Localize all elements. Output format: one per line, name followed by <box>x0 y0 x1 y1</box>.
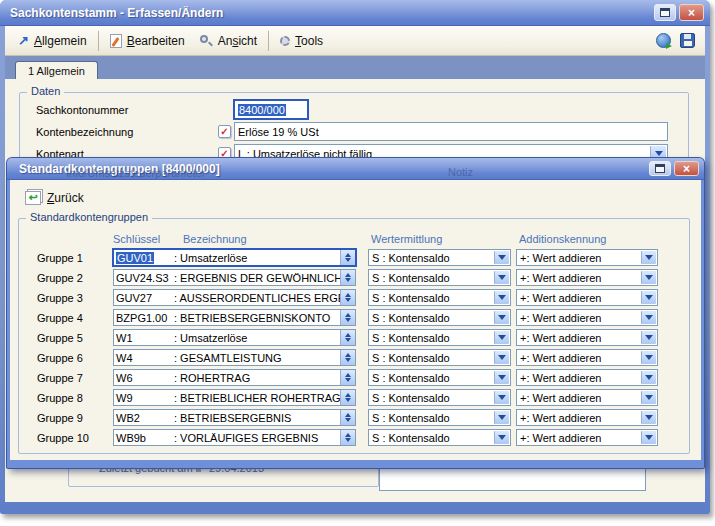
wertermittlung-select[interactable]: S : Kontensaldo <box>368 329 511 346</box>
spinner-button[interactable] <box>340 330 355 345</box>
wertermittlung-value: S : Kontensaldo <box>372 412 450 424</box>
wertermittlung-select[interactable]: S : Kontensaldo <box>368 409 511 426</box>
schluessel-field[interactable]: GUV01 : Umsatzerlöse <box>113 249 356 266</box>
wertermittlung-select[interactable]: S : Kontensaldo <box>368 269 511 286</box>
kontenbezeichnung-row: Kontenbezeichnung ✓ Erlöse 19 % USt <box>36 122 678 141</box>
spinner-button[interactable] <box>340 270 355 285</box>
dropdown-arrow-icon[interactable] <box>641 431 656 444</box>
wertermittlung-select[interactable]: S : Kontensaldo <box>368 309 511 326</box>
menu-allgemein[interactable]: ↗ Allgemein <box>11 31 94 51</box>
additionskennung-select[interactable]: +: Wert addieren <box>516 429 658 446</box>
schluessel-value: WB9b <box>114 432 174 444</box>
dropdown-arrow-icon[interactable] <box>494 311 509 324</box>
wertermittlung-select[interactable]: S : Kontensaldo <box>368 249 511 266</box>
schluessel-field[interactable]: BZPG1.00 : BETRIEBSERGEBNISKONTO <box>113 309 356 326</box>
dropdown-arrow-icon[interactable] <box>494 431 509 444</box>
schluessel-field[interactable]: W4 : GESAMTLEISTUNG <box>113 349 356 366</box>
dropdown-arrow-icon[interactable] <box>494 271 509 284</box>
additionskennung-select[interactable]: +: Wert addieren <box>516 349 658 366</box>
zurueck-button[interactable]: ↩ Zurück <box>20 188 93 208</box>
spinner-button[interactable] <box>340 350 355 365</box>
wertermittlung-value: S : Kontensaldo <box>372 312 450 324</box>
wertermittlung-select[interactable]: S : Kontensaldo <box>368 289 511 306</box>
schluessel-field[interactable]: GUV24.S3 : ERGEBNIS DER GEWÖHNLICHEN GES <box>113 269 356 286</box>
additionskennung-select[interactable]: +: Wert addieren <box>516 409 658 426</box>
dropdown-arrow-icon[interactable] <box>494 291 509 304</box>
dropdown-arrow-icon[interactable] <box>494 331 509 344</box>
dropdown-arrow-icon[interactable] <box>641 391 656 404</box>
dialog-maximize-button[interactable] <box>649 161 671 176</box>
row-label: Gruppe 4 <box>37 312 113 324</box>
main-window-title: Sachkontenstamm - Erfassen/Ändern <box>10 6 654 20</box>
sachkontonummer-input[interactable]: 8400/000 <box>234 100 308 119</box>
additionskennung-value: +: Wert addieren <box>520 392 601 404</box>
additionskennung-select[interactable]: +: Wert addieren <box>516 369 658 386</box>
globe-icon[interactable] <box>656 33 671 48</box>
main-titlebar[interactable]: Sachkontenstamm - Erfassen/Ändern × <box>0 0 710 26</box>
dropdown-arrow-icon[interactable] <box>494 371 509 384</box>
schluessel-field[interactable]: W1 : Umsatzerlöse <box>113 329 356 346</box>
spinner-button[interactable] <box>340 410 355 425</box>
table-row: Gruppe 10 WB9b : VORLÄUFIGES ERGEBNIS S … <box>19 429 689 446</box>
spinner-button[interactable] <box>340 430 355 445</box>
dropdown-arrow-icon[interactable] <box>494 391 509 404</box>
table-row: Gruppe 4 BZPG1.00 : BETRIEBSERGEBNISKONT… <box>19 309 689 326</box>
dropdown-arrow-icon[interactable] <box>494 351 509 364</box>
maximize-button[interactable] <box>654 4 676 21</box>
additionskennung-select[interactable]: +: Wert addieren <box>516 289 658 306</box>
menu-bearbeiten[interactable]: Bearbeiten <box>103 31 192 51</box>
dropdown-arrow-icon[interactable] <box>641 371 656 384</box>
dropdown-arrow-icon[interactable] <box>494 411 509 424</box>
menu-ansicht[interactable]: Ansicht <box>192 31 264 51</box>
wertermittlung-value: S : Kontensaldo <box>372 372 450 384</box>
wertermittlung-select[interactable]: S : Kontensaldo <box>368 369 511 386</box>
dropdown-arrow-icon[interactable] <box>641 331 656 344</box>
schluessel-field[interactable]: WB9b : VORLÄUFIGES ERGEBNIS <box>113 429 356 446</box>
sachkontonummer-value: 8400/000 <box>238 104 286 116</box>
bezeichnung-value: : VORLÄUFIGES ERGEBNIS <box>174 432 340 444</box>
table-row: Gruppe 3 GUV27 : AUSSERORDENTLICHES ERGE… <box>19 289 689 306</box>
kontenbezeichnung-input[interactable]: Erlöse 19 % USt <box>234 122 668 141</box>
menu-tools[interactable]: Tools <box>273 31 330 51</box>
schluessel-field[interactable]: W6 : ROHERTRAG <box>113 369 356 386</box>
additionskennung-select[interactable]: +: Wert addieren <box>516 249 658 266</box>
spinner-button[interactable] <box>340 250 355 265</box>
dropdown-arrow-icon[interactable] <box>641 271 656 284</box>
spinner-button[interactable] <box>340 390 355 405</box>
wertermittlung-value: S : Kontensaldo <box>372 392 450 404</box>
wertermittlung-select[interactable]: S : Kontensaldo <box>368 349 511 366</box>
schluessel-field[interactable]: WB2 : BETRIEBSERGEBNIS <box>113 409 356 426</box>
wertermittlung-select[interactable]: S : Kontensaldo <box>368 389 511 406</box>
spinner-button[interactable] <box>340 310 355 325</box>
tab-allgemein[interactable]: 1 Allgemein <box>15 61 98 79</box>
dropdown-arrow-icon[interactable] <box>641 291 656 304</box>
bezeichnung-value: : BETRIEBSERGEBNIS <box>174 412 340 424</box>
table-header: SchlüsselBezeichnung Wertermittlung Addi… <box>19 233 689 245</box>
save-icon[interactable] <box>680 33 695 48</box>
additionskennung-select[interactable]: +: Wert addieren <box>516 309 658 326</box>
dropdown-arrow-icon[interactable] <box>494 251 509 264</box>
dropdown-arrow-icon[interactable] <box>641 411 656 424</box>
checkbox-checked-icon[interactable]: ✓ <box>218 125 231 138</box>
dialog-close-button[interactable]: × <box>674 161 699 176</box>
additionskennung-value: +: Wert addieren <box>520 412 601 424</box>
wertermittlung-value: S : Kontensaldo <box>372 432 450 444</box>
dropdown-arrow-icon[interactable] <box>641 351 656 364</box>
additionskennung-select[interactable]: +: Wert addieren <box>516 389 658 406</box>
maximize-icon <box>660 8 670 17</box>
spinner-button[interactable] <box>340 370 355 385</box>
toolbar-separator <box>98 31 99 51</box>
wertermittlung-select[interactable]: S : Kontensaldo <box>368 429 511 446</box>
bezeichnung-value: : ROHERTRAG <box>174 372 340 384</box>
additionskennung-select[interactable]: +: Wert addieren <box>516 329 658 346</box>
dropdown-arrow-icon[interactable] <box>641 251 656 264</box>
schluessel-field[interactable]: GUV27 : AUSSERORDENTLICHES ERGEBNIS <box>113 289 356 306</box>
dropdown-arrow-icon[interactable] <box>641 311 656 324</box>
bezeichnung-value: : ERGEBNIS DER GEWÖHNLICHEN GES <box>174 272 340 284</box>
table-row: Gruppe 8 W9 : BETRIEBLICHER ROHERTRAG S … <box>19 389 689 406</box>
spinner-button[interactable] <box>340 290 355 305</box>
wertermittlung-value: S : Kontensaldo <box>372 272 450 284</box>
close-button[interactable]: × <box>679 4 704 21</box>
additionskennung-select[interactable]: +: Wert addieren <box>516 269 658 286</box>
schluessel-field[interactable]: W9 : BETRIEBLICHER ROHERTRAG <box>113 389 356 406</box>
